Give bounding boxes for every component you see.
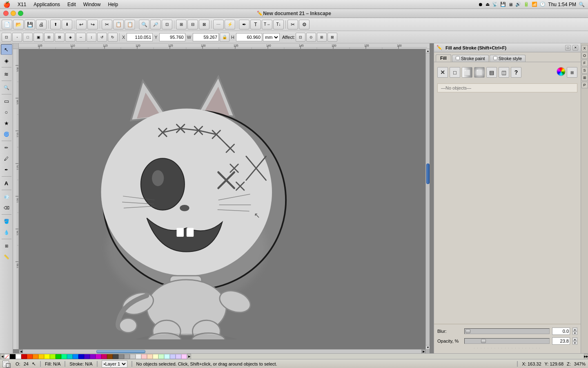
color-swatch-magenta[interactable] bbox=[96, 354, 101, 359]
fill-radial-btn[interactable]: ⬜ bbox=[474, 67, 485, 78]
nodes-button[interactable]: ⋯ bbox=[213, 20, 224, 29]
text-flow-tb[interactable]: T→ bbox=[262, 20, 272, 29]
zoom-tool[interactable]: 🔍 bbox=[1, 82, 12, 93]
w-input[interactable] bbox=[193, 33, 219, 41]
settings-button[interactable]: ⚙ bbox=[299, 20, 310, 29]
color-swatch-light-cyan[interactable] bbox=[164, 354, 170, 359]
scroll-right-btn[interactable]: ▶ bbox=[421, 350, 425, 354]
new-button[interactable]: 📄 bbox=[2, 20, 12, 29]
fill-none-btn[interactable]: ✕ bbox=[437, 67, 448, 78]
fill-flat-btn[interactable]: □ bbox=[450, 67, 460, 78]
color-swatch-green[interactable] bbox=[56, 354, 61, 359]
vertical-scrollbar[interactable]: ▲ ▼ bbox=[425, 49, 430, 349]
color-swatch-near-white[interactable] bbox=[136, 354, 141, 359]
color-swatch-light-pink[interactable] bbox=[141, 354, 147, 359]
paste-button[interactable]: 📋 bbox=[125, 20, 135, 29]
snap-toggle[interactable]: ⊡ bbox=[2, 33, 11, 42]
blur-value-input[interactable] bbox=[552, 328, 570, 335]
palette-more[interactable]: ▶▶ bbox=[584, 354, 588, 359]
menu-applications[interactable]: Applications bbox=[30, 1, 63, 8]
maximize-button[interactable] bbox=[18, 11, 23, 16]
color-swatch-amber[interactable] bbox=[38, 354, 44, 359]
rotate-cw[interactable]: ↻ bbox=[108, 33, 118, 42]
affect-btn-3[interactable]: ⊞ bbox=[317, 33, 327, 42]
color-swatch-lavender[interactable] bbox=[170, 354, 176, 359]
align-button[interactable]: ⊟ bbox=[187, 20, 198, 29]
color-swatch-orange-red[interactable] bbox=[27, 354, 33, 359]
text-unflow-tb[interactable]: T↓ bbox=[273, 20, 284, 29]
star-tool[interactable]: ★ bbox=[1, 118, 12, 128]
pencil-tool-lt[interactable]: ✏ bbox=[1, 142, 12, 153]
color-swatch-dark-blue[interactable] bbox=[78, 354, 84, 359]
scroll-thumb-h[interactable] bbox=[96, 350, 145, 353]
rect-tool[interactable]: ▭ bbox=[1, 96, 12, 106]
spiral-tool[interactable]: 🌀 bbox=[1, 129, 12, 139]
fill-linear-btn[interactable]: ⬜ bbox=[462, 67, 472, 78]
flip-h[interactable]: ↔ bbox=[76, 33, 86, 42]
redo-button[interactable]: ↪ bbox=[87, 20, 98, 29]
color-swatch-white[interactable] bbox=[16, 354, 21, 359]
scroll-thumb-v[interactable] bbox=[426, 164, 430, 184]
calligraphy-tool[interactable]: ✒ bbox=[1, 164, 12, 175]
fill-tool[interactable]: 🪣 bbox=[1, 216, 12, 227]
h-input[interactable] bbox=[236, 33, 262, 41]
color-swatch-lighter-gray[interactable] bbox=[130, 354, 136, 359]
ellipse-tool[interactable]: ○ bbox=[1, 107, 12, 117]
tab-fill[interactable]: Fill bbox=[436, 54, 451, 62]
palette-scroll-left[interactable]: ◀ bbox=[0, 354, 4, 359]
horizontal-scrollbar[interactable]: ◀ ▶ bbox=[19, 349, 430, 353]
stroke-swatch-status[interactable] bbox=[6, 363, 11, 368]
color-swatch-indigo[interactable] bbox=[84, 354, 90, 359]
panel-close-btn[interactable]: ✕ bbox=[572, 45, 578, 51]
color-wheel-btn[interactable] bbox=[557, 67, 566, 76]
edge-btn-2[interactable]: O bbox=[581, 52, 588, 59]
snap-guide[interactable]: ⊠ bbox=[55, 33, 65, 42]
color-swatch-peach[interactable] bbox=[147, 354, 153, 359]
scroll-up-btn[interactable]: ▲ bbox=[426, 49, 430, 53]
opacity-down-btn[interactable]: ▼ bbox=[572, 341, 577, 345]
path-effects-button[interactable]: ⚡ bbox=[225, 20, 235, 29]
color-swatch-yellow-green[interactable] bbox=[50, 354, 56, 359]
color-swatch-dark-gray[interactable] bbox=[113, 354, 118, 359]
scroll-down-btn[interactable]: ▼ bbox=[426, 345, 430, 349]
affect-btn-4[interactable]: ⊠ bbox=[327, 33, 337, 42]
x-input[interactable] bbox=[127, 33, 153, 41]
panel-undock-btn[interactable]: □ bbox=[565, 45, 571, 51]
canvas-area[interactable]: 105 110 115 120 125 130 135 140 145 150 bbox=[13, 43, 434, 353]
edge-btn-3[interactable]: F bbox=[581, 60, 588, 66]
print-button[interactable]: 🖨 bbox=[36, 20, 47, 29]
pen-tool[interactable]: 🖊 bbox=[1, 153, 12, 164]
snap-grid[interactable]: ⊞ bbox=[44, 33, 54, 42]
color-swatch-gray[interactable] bbox=[118, 354, 124, 359]
stroke-style-checkbox[interactable] bbox=[493, 56, 497, 60]
color-swatch-orange[interactable] bbox=[33, 354, 38, 359]
fill-pattern-btn[interactable]: ▤ bbox=[486, 67, 497, 78]
minimize-button[interactable] bbox=[11, 11, 16, 16]
y-input[interactable] bbox=[159, 33, 185, 41]
zoom-out-button[interactable]: 🔎 bbox=[150, 20, 161, 29]
select-tool[interactable]: ↖ bbox=[1, 44, 12, 55]
copy-button[interactable]: 📋 bbox=[113, 20, 124, 29]
blur-slider[interactable] bbox=[464, 328, 550, 334]
color-swatch-blue[interactable] bbox=[73, 354, 78, 359]
connector-tool[interactable]: ⊞ bbox=[1, 240, 12, 251]
cut-button[interactable]: ✂ bbox=[102, 20, 112, 29]
color-swatch-red[interactable] bbox=[21, 354, 27, 359]
snap-bbox[interactable]: □ bbox=[23, 33, 33, 42]
opacity-value-input[interactable] bbox=[552, 337, 570, 345]
snap-page[interactable]: ▣ bbox=[33, 33, 43, 42]
canvas-background[interactable]: ↖ ▲ ▼ bbox=[19, 49, 430, 349]
transform-button[interactable]: ⊞ bbox=[176, 20, 187, 29]
measure-tool[interactable]: 📏 bbox=[1, 251, 12, 262]
menu-help[interactable]: Help bbox=[105, 1, 121, 8]
edge-btn-6[interactable]: P bbox=[581, 82, 588, 88]
color-picker-btn[interactable]: ⊞ bbox=[567, 67, 577, 78]
import-button[interactable]: ⬆ bbox=[50, 20, 61, 29]
pencil-tool[interactable]: ✒ bbox=[239, 20, 249, 29]
color-swatch-light-gray[interactable] bbox=[124, 354, 130, 359]
apple-menu[interactable]: 🍎 bbox=[3, 1, 10, 8]
blur-down-btn[interactable]: ▼ bbox=[572, 331, 577, 335]
affect-btn-2[interactable]: ⊙ bbox=[306, 33, 316, 42]
close-button[interactable] bbox=[3, 11, 9, 16]
menu-window[interactable]: Window bbox=[80, 1, 104, 8]
